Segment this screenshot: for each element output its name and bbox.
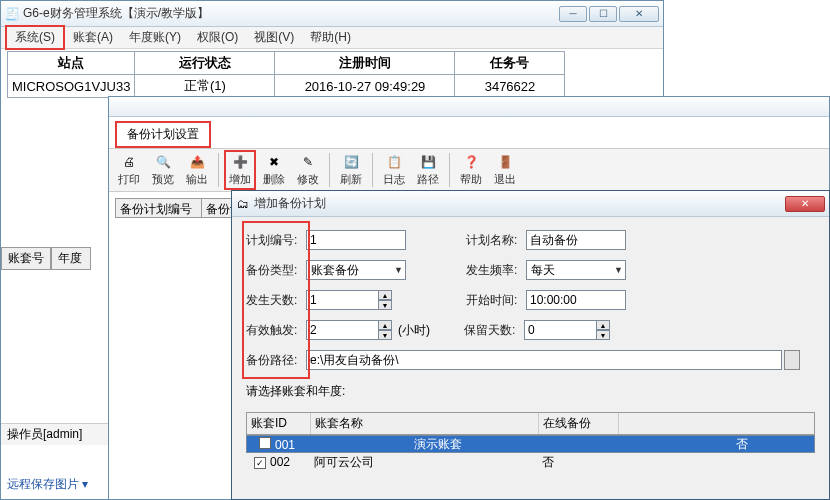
help-icon: ❓ [462, 153, 480, 171]
toolbar-输出[interactable]: 📤输出 [181, 150, 213, 190]
menu-permission[interactable]: 权限(O) [189, 27, 246, 48]
col-site: 站点 [8, 52, 135, 75]
main-title: G6-e财务管理系统【演示/教学版】 [23, 5, 559, 22]
toolbar-label: 路径 [417, 172, 439, 187]
path-input[interactable] [306, 350, 782, 370]
plan-name-input[interactable] [526, 230, 626, 250]
lcol-id: 账套ID [247, 413, 311, 434]
dialog-titlebar: 🗂 增加备份计划 ✕ [232, 191, 829, 217]
operator-label: 操作员[admin] [7, 427, 82, 441]
list-item[interactable]: ✓002阿可云公司否 [246, 453, 815, 471]
toolbar-修改[interactable]: ✎修改 [292, 150, 324, 190]
main-menubar: 系统(S) 账套(A) 年度账(Y) 权限(O) 视图(V) 帮助(H) [1, 27, 663, 49]
list-item[interactable]: 001演示账套否 [246, 435, 815, 453]
gcol-0: 备份计划编号 [115, 198, 201, 218]
app-icon: 🧾 [5, 7, 19, 21]
log-icon: 📋 [385, 153, 403, 171]
menu-system[interactable]: 系统(S) [5, 25, 65, 50]
add-backup-dialog: 🗂 增加备份计划 ✕ 计划编号: 计划名称: 备份类型: 账套备份▼ 发生频率:… [231, 190, 830, 500]
plan-no-input[interactable] [306, 230, 406, 250]
pick-label: 请选择账套和年度: [246, 383, 815, 400]
tab-backup-plan[interactable]: 备份计划设置 [115, 121, 211, 148]
toolbar-separator [218, 153, 219, 187]
up-icon[interactable]: ▲ [378, 320, 392, 330]
toolbar-separator [372, 153, 373, 187]
toolbar-label: 删除 [263, 172, 285, 187]
browse-button[interactable] [784, 350, 800, 370]
freq-select[interactable]: 每天▼ [526, 260, 626, 280]
toolbar-日志[interactable]: 📋日志 [378, 150, 410, 190]
dialog-title: 增加备份计划 [254, 195, 785, 212]
up-icon[interactable]: ▲ [378, 290, 392, 300]
cell-regtime: 2016-10-27 09:49:29 [275, 75, 455, 98]
checkbox[interactable] [259, 437, 271, 449]
path-icon: 💾 [419, 153, 437, 171]
dialog-close-button[interactable]: ✕ [785, 196, 825, 212]
cell-online: 否 [538, 454, 618, 471]
chevron-down-icon: ▼ [394, 265, 403, 275]
toolbar-增加[interactable]: ➕增加 [224, 150, 256, 190]
days-stepper[interactable]: ▲▼ [306, 290, 392, 310]
start-label: 开始时间: [466, 292, 526, 309]
freq-label: 发生频率: [466, 262, 526, 279]
edit-icon: ✎ [299, 153, 317, 171]
cell-online: 否 [732, 436, 812, 453]
print-icon: 🖨 [120, 153, 138, 171]
side-col-year: 年度 [51, 247, 91, 270]
cell-id: 002 [270, 455, 290, 469]
toolbar-删除[interactable]: ✖删除 [258, 150, 290, 190]
toolbar-label: 增加 [229, 172, 251, 187]
main-titlebar: 🧾 G6-e财务管理系统【演示/教学版】 ─ ☐ ✕ [1, 1, 663, 27]
cell-taskno: 3476622 [455, 75, 565, 98]
down-icon[interactable]: ▼ [596, 330, 610, 340]
toolbar-label: 修改 [297, 172, 319, 187]
cell-name: 阿可云公司 [310, 454, 538, 471]
down-icon[interactable]: ▼ [378, 300, 392, 310]
toolbar-路径[interactable]: 💾路径 [412, 150, 444, 190]
checkbox[interactable]: ✓ [254, 457, 266, 469]
toolbar-label: 日志 [383, 172, 405, 187]
menu-year[interactable]: 年度账(Y) [121, 27, 189, 48]
table-row[interactable]: MICROSOG1VJU33 正常(1) 2016-10-27 09:49:29… [8, 75, 565, 98]
down-icon[interactable]: ▼ [378, 330, 392, 340]
side-col-acct: 账套号 [1, 247, 51, 270]
start-time-input[interactable] [526, 290, 626, 310]
toolbar: 🖨打印🔍预览📤输出➕增加✖删除✎修改🔄刷新📋日志💾路径❓帮助🚪退出 [109, 148, 829, 192]
trigger-stepper[interactable]: ▲▼ [306, 320, 392, 340]
menu-view[interactable]: 视图(V) [246, 27, 302, 48]
up-icon[interactable]: ▲ [596, 320, 610, 330]
menu-account[interactable]: 账套(A) [65, 27, 121, 48]
close-button[interactable]: ✕ [619, 6, 659, 22]
toolbar-label: 帮助 [460, 172, 482, 187]
refresh-icon: 🔄 [342, 153, 360, 171]
exit-icon: 🚪 [496, 153, 514, 171]
cell-name: 演示账套 [410, 436, 638, 453]
toolbar-预览[interactable]: 🔍预览 [147, 150, 179, 190]
toolbar-退出[interactable]: 🚪退出 [489, 150, 521, 190]
plan-name-label: 计划名称: [466, 232, 526, 249]
cell-runstate: 正常(1) [135, 75, 275, 98]
type-select[interactable]: 账套备份▼ [306, 260, 406, 280]
lcol-online: 在线备份 [539, 413, 619, 434]
menu-help[interactable]: 帮助(H) [302, 27, 359, 48]
maximize-button[interactable]: ☐ [589, 6, 617, 22]
col-regtime: 注册时间 [275, 52, 455, 75]
minimize-button[interactable]: ─ [559, 6, 587, 22]
toolbar-打印[interactable]: 🖨打印 [113, 150, 145, 190]
toolbar-separator [449, 153, 450, 187]
toolbar-separator [329, 153, 330, 187]
status-table: 站点 运行状态 注册时间 任务号 MICROSOG1VJU33 正常(1) 20… [7, 51, 565, 98]
cell-site: MICROSOG1VJU33 [8, 75, 135, 98]
cell-id: 001 [275, 438, 295, 452]
export-icon: 📤 [188, 153, 206, 171]
keep-stepper[interactable]: ▲▼ [524, 320, 610, 340]
col-runstate: 运行状态 [135, 52, 275, 75]
toolbar-刷新[interactable]: 🔄刷新 [335, 150, 367, 190]
keep-label: 保留天数: [464, 322, 524, 339]
remote-save-link[interactable]: 远程保存图片 ▾ [7, 476, 88, 493]
chevron-down-icon: ▼ [614, 265, 623, 275]
delete-icon: ✖ [265, 153, 283, 171]
account-list: 账套ID 账套名称 在线备份 001演示账套否✓002阿可云公司否 [246, 412, 815, 471]
toolbar-帮助[interactable]: ❓帮助 [455, 150, 487, 190]
side-panel: 账套号 年度 [1, 247, 109, 270]
